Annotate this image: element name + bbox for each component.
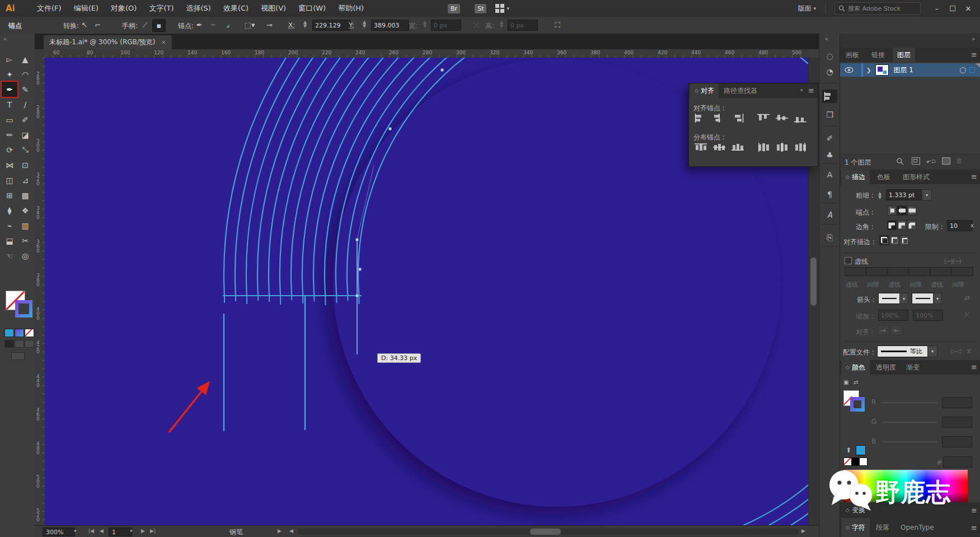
workspace-switcher[interactable]: 版面 (798, 4, 811, 13)
menu-1[interactable]: 编辑(E) (74, 3, 99, 13)
anchor-point[interactable] (356, 295, 358, 297)
tool-rectangle[interactable]: ▭ (2, 112, 17, 127)
new-layer-icon[interactable] (942, 157, 950, 165)
bridge-button[interactable]: Br (448, 4, 460, 13)
arrow-end-dropdown[interactable] (912, 293, 934, 304)
menu-5[interactable]: 效果(C) (223, 3, 248, 13)
zoom-dropdown-icon[interactable]: ▾ (74, 528, 77, 534)
layer-name[interactable]: 图层 1 (893, 66, 913, 75)
menu-8[interactable]: 帮助(H) (338, 3, 364, 13)
last-stroke-color-swatch[interactable] (856, 445, 866, 455)
anchor-point[interactable] (356, 239, 358, 241)
tool-artboard[interactable]: ⬓ (2, 233, 17, 248)
tool-selection[interactable]: ▻ (2, 52, 17, 67)
profile-dropdown-icon[interactable]: ▾ (927, 345, 937, 357)
artboard-number-field[interactable]: 1 (109, 527, 132, 536)
tool-symbol-sprayer[interactable]: ⌁ (2, 218, 17, 233)
last-artboard-icon[interactable]: ▶| (150, 528, 156, 534)
panel-menu-icon[interactable]: ≡ (808, 86, 814, 95)
horizontal-scrollbar-handle[interactable] (530, 529, 561, 535)
y-field[interactable]: 389.003 (371, 20, 409, 31)
selection-indicator[interactable] (969, 67, 975, 73)
white-swatch[interactable] (859, 457, 868, 466)
tool-mesh[interactable]: ⊞ (2, 188, 17, 203)
visibility-eye-icon[interactable] (845, 67, 854, 73)
anchor-point[interactable] (441, 69, 443, 71)
arrange-documents-icon[interactable] (495, 4, 504, 13)
menu-4[interactable]: 选择(S) (186, 3, 210, 13)
tab-character[interactable]: ◇字符 (841, 518, 870, 537)
chevron-down-icon[interactable]: ▾ (507, 6, 509, 11)
minimize-button[interactable]: – (930, 4, 944, 13)
tab-pathfinder[interactable]: 路径查找器 (719, 83, 762, 98)
pathfinder-icon[interactable]: ❒ (822, 108, 837, 122)
export-icon[interactable]: ⎘ (822, 231, 837, 244)
tool-free-transform[interactable]: ⊡ (17, 157, 33, 172)
panel-collapse-icon[interactable]: ◇ (846, 365, 850, 370)
tool-eyedropper[interactable]: ⧫ (2, 203, 17, 218)
panel-menu-icon[interactable]: ≡ (971, 50, 977, 59)
tool-pen[interactable]: ✒ (2, 82, 17, 97)
locate-object-icon[interactable] (896, 157, 904, 165)
panel-menu-icon[interactable]: ≡ (971, 363, 977, 371)
close-button[interactable]: ✕ (961, 4, 976, 13)
gradient-icon[interactable]: ◔ (822, 65, 837, 78)
menu-7[interactable]: 窗口(W) (298, 3, 326, 13)
clipping-mask-icon[interactable] (912, 157, 920, 165)
weight-field[interactable]: 1.333 pt (886, 189, 926, 200)
align-right-button[interactable] (730, 113, 745, 124)
tab-artboards[interactable]: 画板 (841, 48, 864, 62)
tool-type[interactable]: T (2, 97, 17, 112)
expand-layer-icon[interactable]: ❯ (866, 67, 871, 73)
show-handles-icon[interactable]: ⟋ (139, 19, 151, 31)
stock-button[interactable]: St (475, 4, 486, 13)
connect-path-icon[interactable]: ⟓ (222, 19, 234, 31)
align-left-button[interactable] (693, 113, 708, 124)
tool-direct-selection[interactable]: ▲ (17, 52, 33, 67)
collapse-toolbar-icon[interactable]: « (3, 36, 7, 42)
status-menu-icon[interactable]: ▶ (278, 528, 282, 534)
character-styles-icon[interactable]: A (822, 168, 837, 181)
y-stepper[interactable]: ▲▼ (363, 20, 366, 28)
tool-hand[interactable]: ☜ (2, 248, 17, 263)
none-swatch[interactable] (843, 457, 852, 466)
symbols-icon[interactable]: ♣ (822, 148, 837, 162)
tool-gradient[interactable]: ▩ (17, 188, 33, 203)
tool-magic-wand[interactable]: ✦ (2, 67, 17, 82)
last-color-arrow-icon[interactable]: ⬆ (846, 446, 851, 454)
prev-artboard-icon[interactable]: ◀ (100, 528, 104, 534)
layer-thumbnail[interactable] (875, 64, 889, 76)
align-top-button[interactable] (756, 113, 771, 124)
dist-hcenter-button[interactable] (775, 142, 789, 153)
tab-transform[interactable]: ◇变换 (841, 502, 870, 518)
none-mode-button[interactable] (25, 329, 34, 337)
gradient-mode-button[interactable] (15, 329, 24, 337)
tab-color[interactable]: ◇颜色 (841, 360, 870, 375)
panel-more-icon[interactable]: » (800, 87, 803, 93)
tab-opentype[interactable]: OpenType (896, 518, 939, 537)
tool-scale[interactable]: ⤡ (17, 142, 33, 157)
scroll-right-icon[interactable]: ▶ (801, 528, 805, 534)
tool-zoom[interactable]: ◎ (17, 248, 33, 263)
maximize-button[interactable]: ☐ (945, 4, 960, 13)
tab-graphic-styles[interactable]: 图形样式 (898, 170, 934, 184)
arrow-start-dropdown[interactable] (878, 293, 901, 304)
dist-bottom-button[interactable] (730, 142, 745, 153)
transform-expand-icon[interactable]: ⛶ (551, 19, 564, 31)
new-sublayer-icon[interactable]: ⬐▫ (926, 157, 936, 165)
dist-top-button[interactable] (693, 142, 708, 153)
x-label[interactable]: X: (288, 21, 295, 29)
search-adobe-stock-input[interactable]: 搜索 Adobe Stock (834, 2, 921, 15)
cap-round-button[interactable] (897, 206, 907, 216)
panel-collapse-icon[interactable]: ◇ (846, 507, 850, 513)
y-label[interactable]: Y: (349, 21, 354, 29)
swatches-icon[interactable]: ◌ (822, 49, 837, 63)
tab-paragraph[interactable]: 段落 (871, 518, 894, 537)
align-bottom-button[interactable] (793, 113, 808, 124)
tool-column-graph[interactable]: ▥ (17, 218, 33, 233)
draw-inside-button[interactable] (25, 340, 34, 348)
corner-miter-button[interactable] (887, 220, 897, 230)
corner-bevel-button[interactable] (907, 220, 917, 230)
dist-right-button[interactable] (793, 142, 808, 153)
dist-vcenter-button[interactable] (712, 142, 726, 153)
